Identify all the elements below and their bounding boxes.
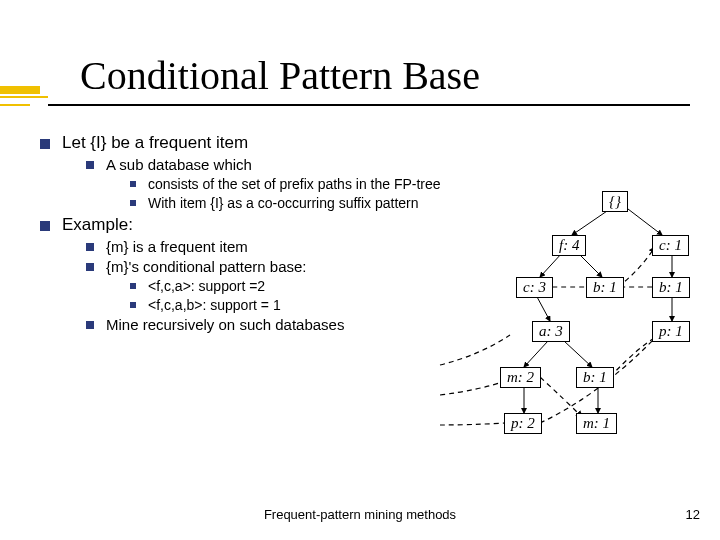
node-f4: f: 4 bbox=[552, 235, 586, 256]
accent-bars bbox=[0, 86, 48, 106]
bullet-let: Let {I} be a frequent item A sub databas… bbox=[40, 133, 470, 211]
text: Example: bbox=[62, 215, 133, 234]
node-b1b: b: 1 bbox=[652, 277, 690, 298]
bullet-example: Example: {m} is a frequent item {m}'s co… bbox=[40, 215, 470, 333]
text: With item {I} as a co-occurring suffix p… bbox=[148, 195, 419, 211]
bullet-m-freq: {m} is a frequent item bbox=[86, 238, 470, 255]
page-number: 12 bbox=[686, 507, 700, 522]
text: {m} is a frequent item bbox=[106, 238, 248, 255]
bullet-subdb: A sub database which consists of the set… bbox=[86, 156, 470, 211]
svg-line-2 bbox=[540, 253, 562, 277]
svg-line-0 bbox=[572, 209, 610, 235]
svg-line-7 bbox=[524, 341, 548, 367]
node-b1c: b: 1 bbox=[576, 367, 614, 388]
svg-line-1 bbox=[628, 209, 662, 235]
bullet-sup2: <f,c,a>: support =2 bbox=[130, 278, 470, 294]
slide-footer: Frequent-pattern mining methods bbox=[0, 507, 720, 522]
text: {m}'s conditional pattern base: bbox=[106, 258, 307, 275]
text: A sub database which bbox=[106, 156, 252, 173]
node-c1: c: 1 bbox=[652, 235, 689, 256]
node-c3: c: 3 bbox=[516, 277, 553, 298]
node-a3: a: 3 bbox=[532, 321, 570, 342]
node-m2: m: 2 bbox=[500, 367, 541, 388]
node-p1: p: 1 bbox=[652, 321, 690, 342]
text: Mine recursively on such databases bbox=[106, 316, 344, 333]
bullet-withitem: With item {I} as a co-occurring suffix p… bbox=[130, 195, 470, 211]
bullet-m-cond: {m}'s conditional pattern base: <f,c,a>:… bbox=[86, 258, 470, 313]
node-p2: p: 2 bbox=[504, 413, 542, 434]
slide-title: Conditional Pattern Base bbox=[80, 52, 480, 99]
bullet-mine: Mine recursively on such databases bbox=[86, 316, 470, 333]
text: consists of the set of prefix paths in t… bbox=[148, 176, 441, 192]
text: Let {I} be a frequent item bbox=[62, 133, 248, 152]
slide-body: Let {I} be a frequent item A sub databas… bbox=[40, 130, 470, 337]
bullet-sup1: <f,c,a,b>: support = 1 bbox=[130, 297, 470, 313]
node-b1a: b: 1 bbox=[586, 277, 624, 298]
node-root: {} bbox=[602, 191, 628, 212]
svg-line-5 bbox=[536, 295, 550, 321]
svg-line-8 bbox=[564, 341, 592, 367]
node-m1: m: 1 bbox=[576, 413, 617, 434]
bullet-consists: consists of the set of prefix paths in t… bbox=[130, 176, 470, 192]
text: <f,c,a>: support =2 bbox=[148, 278, 265, 294]
title-underline bbox=[48, 104, 690, 106]
text: <f,c,a,b>: support = 1 bbox=[148, 297, 281, 313]
fp-tree: {} f: 4 c: 1 c: 3 b: 1 b: 1 a: 3 p: 1 m:… bbox=[480, 195, 700, 475]
svg-line-3 bbox=[578, 253, 602, 277]
